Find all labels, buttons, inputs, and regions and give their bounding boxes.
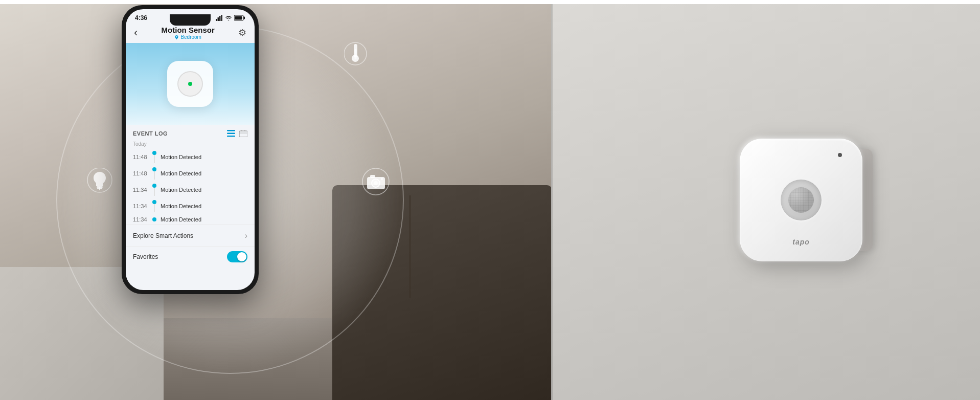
device-brand-logo: tapo [792,238,810,246]
nav-subtitle: Bedroom [162,34,215,40]
top-bar [0,0,980,4]
event-dot-5 [152,217,156,221]
events-list: 11:48 Motion Detected 11:48 Motion Detec… [133,149,247,225]
calendar-view-icon[interactable] [239,130,247,137]
event-dot-4 [152,200,156,204]
device-body: tapo [740,139,862,261]
smart-actions-arrow: › [245,231,247,240]
event-log-view-toggle[interactable] [227,130,247,137]
smart-actions-label: Explore Smart Actions [133,232,193,239]
device-sensor-lens [781,180,822,220]
event-date-label: Today [133,141,247,147]
sensor-device-icon [167,61,213,107]
event-dot-1 [152,151,156,155]
back-button[interactable]: ‹ [134,26,138,39]
location-label: Bedroom [180,34,201,40]
svg-rect-18 [219,16,221,21]
svg-rect-27 [227,136,235,137]
svg-rect-16 [216,19,217,21]
location-icon [174,35,179,39]
favorites-toggle[interactable] [227,251,247,262]
event-label-4: Motion Detected [161,203,201,209]
svg-point-15 [381,178,383,180]
nav-bar: ‹ Motion Sensor Bedroom ⚙ [126,24,255,43]
svg-rect-25 [227,130,235,131]
favorites-row: Favorites [126,247,255,266]
event-row-3: 11:34 Motion Detected [133,182,247,198]
svg-rect-17 [218,17,219,21]
status-bar: 4:36 [126,9,255,24]
event-time-5: 11:34 [133,216,148,223]
svg-rect-28 [239,131,247,137]
list-view-icon[interactable] [227,130,235,137]
event-log-title: EVENT LOG [133,130,168,137]
hero-area [126,43,255,125]
event-line-1 [154,155,155,163]
event-dot-2 [152,167,156,171]
event-time-2: 11:48 [133,170,148,176]
sensor-status-dot [188,82,192,86]
branch-decor [409,195,411,298]
svg-point-13 [374,181,378,185]
event-label-3: Motion Detected [161,187,201,193]
svg-point-24 [176,36,177,37]
event-label-2: Motion Detected [161,170,201,176]
event-row-2: 11:48 Motion Detected [133,165,247,182]
signal-bars-icon [216,15,223,21]
battery-icon [234,15,245,21]
tapo-device-container: tapo [740,139,862,261]
svg-rect-9 [354,49,356,59]
bulb-icon [82,164,118,199]
status-icons [216,15,245,21]
favorites-label: Favorites [133,253,158,260]
svg-rect-19 [221,15,223,21]
nav-title-area: Motion Sensor Bedroom [162,26,215,40]
sensor-circle [177,71,203,97]
wall-divider [551,0,553,400]
event-label-1: Motion Detected [161,154,201,160]
event-row-1: 11:48 Motion Detected [133,149,247,165]
event-log-header: EVENT LOG [133,130,247,137]
camera-icon [358,164,394,199]
toggle-knob [237,252,246,261]
event-dot-3 [152,184,156,188]
thermometer-icon [337,36,373,72]
settings-button[interactable]: ⚙ [238,27,246,38]
nav-title: Motion Sensor [162,26,215,34]
device-led [838,153,842,157]
svg-rect-14 [370,175,375,178]
event-label-5: Motion Detected [161,216,201,223]
sensor-grid-detail [788,187,814,213]
event-time-3: 11:34 [133,187,148,193]
event-row-4: 11:34 Motion Detected [133,198,247,214]
wifi-icon [225,15,232,21]
smart-actions-row[interactable]: Explore Smart Actions › [126,225,255,247]
event-line-2 [154,171,155,180]
svg-rect-21 [244,17,245,19]
notch [170,14,211,26]
event-time-4: 11:34 [133,203,148,209]
event-log-section: EVENT LOG Today [126,125,255,225]
svg-rect-26 [227,133,235,135]
event-line-3 [154,188,155,196]
phone-frame: 4:36 [122,5,259,294]
status-time: 4:36 [135,14,147,21]
svg-rect-22 [235,16,242,20]
event-line-4 [154,204,155,212]
event-row-5: 11:34 Motion Detected [133,214,247,225]
event-time-1: 11:48 [133,154,148,160]
phone-screen: 4:36 [126,9,255,290]
